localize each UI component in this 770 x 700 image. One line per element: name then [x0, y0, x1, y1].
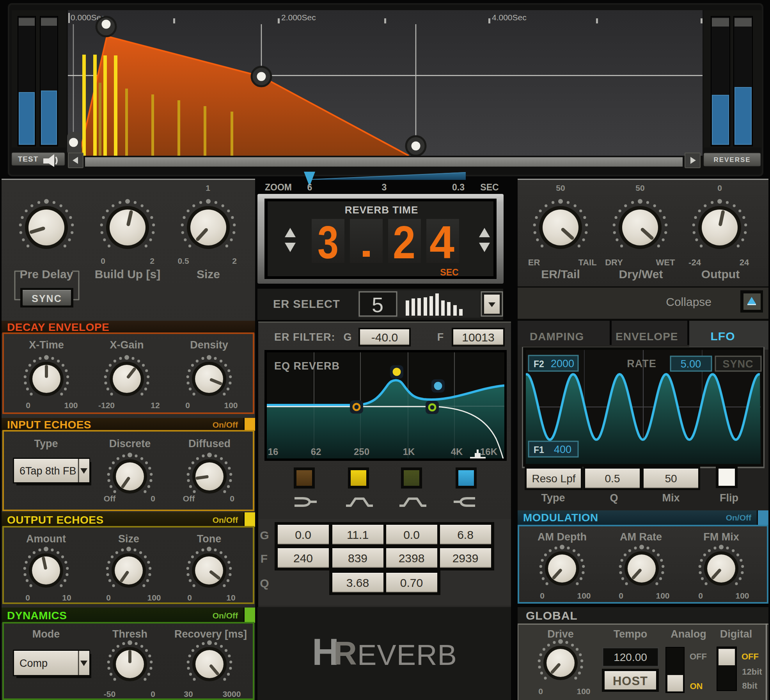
svg-text:0: 0 — [151, 689, 155, 698]
svg-text:2000: 2000 — [551, 358, 574, 370]
svg-text:SYNC: SYNC — [722, 358, 753, 370]
svg-text:EQ REVERB: EQ REVERB — [274, 360, 340, 372]
svg-text:4: 4 — [429, 217, 454, 268]
svg-text:100: 100 — [577, 687, 590, 696]
svg-text:On/Off: On/Off — [726, 513, 752, 522]
svg-text:Recovery [ms]: Recovery [ms] — [174, 628, 247, 640]
svg-text:50: 50 — [635, 183, 644, 192]
svg-text:-40.0: -40.0 — [371, 331, 398, 344]
svg-text:0: 0 — [619, 591, 623, 600]
svg-text:2: 2 — [150, 256, 154, 265]
svg-text:0.5: 0.5 — [605, 473, 620, 485]
svg-text:Tempo: Tempo — [614, 628, 648, 640]
svg-text:100: 100 — [735, 591, 749, 600]
svg-text:5.00: 5.00 — [681, 358, 701, 370]
svg-text:SYNC: SYNC — [32, 293, 62, 304]
svg-text:1K: 1K — [403, 446, 415, 457]
svg-text:Off: Off — [183, 494, 195, 503]
svg-text:0: 0 — [25, 593, 30, 602]
svg-text:0: 0 — [540, 591, 545, 600]
svg-text:EVERB: EVERB — [357, 639, 457, 671]
svg-text:SEC: SEC — [480, 182, 499, 192]
svg-text:Digital: Digital — [720, 628, 752, 640]
svg-text:Pre Delay: Pre Delay — [20, 268, 73, 281]
svg-text:62: 62 — [311, 446, 321, 457]
svg-text:TAIL: TAIL — [578, 258, 596, 267]
svg-text:X-Gain: X-Gain — [110, 339, 144, 351]
svg-text:OFF: OFF — [742, 652, 759, 661]
svg-text:DYNAMICS: DYNAMICS — [7, 609, 67, 622]
svg-text:ER/Tail: ER/Tail — [541, 268, 580, 281]
svg-text:30: 30 — [184, 689, 193, 698]
svg-text:-120: -120 — [98, 401, 115, 410]
svg-text:4K: 4K — [451, 446, 463, 457]
svg-text:50: 50 — [556, 183, 565, 192]
svg-text:Tone: Tone — [197, 533, 222, 545]
svg-text:F: F — [261, 552, 268, 565]
svg-text:11.1: 11.1 — [347, 528, 369, 541]
svg-text:24: 24 — [740, 258, 749, 267]
svg-text:3: 3 — [318, 217, 339, 268]
svg-text:F2: F2 — [534, 359, 544, 369]
svg-text:50: 50 — [665, 473, 677, 485]
svg-text:0.0: 0.0 — [295, 528, 311, 541]
svg-text:DECAY ENVELOPE: DECAY ENVELOPE — [7, 321, 109, 333]
svg-text:6Tap 8th FB: 6Tap 8th FB — [20, 465, 76, 477]
svg-text:10: 10 — [62, 593, 71, 602]
svg-text:120.00: 120.00 — [614, 651, 647, 663]
svg-text:100: 100 — [64, 401, 78, 410]
svg-text:0: 0 — [106, 593, 111, 602]
svg-text:On/Off: On/Off — [213, 420, 238, 429]
svg-text:0: 0 — [698, 591, 703, 600]
svg-text:240: 240 — [293, 552, 313, 565]
svg-text:LFO: LFO — [711, 330, 735, 343]
svg-text:5: 5 — [372, 293, 383, 316]
svg-text:10: 10 — [226, 593, 235, 602]
svg-text:Dry/Wet: Dry/Wet — [619, 268, 663, 281]
svg-text:INPUT ECHOES: INPUT ECHOES — [7, 419, 91, 431]
svg-text:10013: 10013 — [462, 331, 494, 344]
svg-text:0.3: 0.3 — [452, 182, 465, 192]
svg-text:On/Off: On/Off — [213, 611, 238, 620]
svg-text:Type: Type — [34, 438, 58, 449]
svg-text:Density: Density — [190, 339, 228, 351]
svg-text:Output: Output — [701, 268, 740, 281]
svg-text:2.000Sec: 2.000Sec — [281, 13, 316, 22]
svg-text:0: 0 — [717, 183, 722, 192]
svg-text:ENVELOPE: ENVELOPE — [616, 330, 678, 343]
svg-text:0.70: 0.70 — [400, 576, 423, 589]
svg-text:REVERB TIME: REVERB TIME — [345, 204, 419, 216]
svg-text:2398: 2398 — [399, 552, 425, 565]
svg-text:DAMPING: DAMPING — [530, 330, 584, 343]
svg-text:ZOOM: ZOOM — [265, 182, 292, 192]
svg-text:1: 1 — [206, 183, 210, 192]
svg-text:-50: -50 — [104, 689, 115, 698]
svg-text:Type: Type — [541, 492, 565, 504]
svg-text:400: 400 — [554, 444, 571, 455]
svg-text:3: 3 — [382, 182, 387, 192]
svg-text:RATE: RATE — [627, 358, 656, 370]
svg-text:0: 0 — [230, 494, 234, 503]
svg-text:On/Off: On/Off — [213, 515, 238, 524]
svg-text:ER FILTER:: ER FILTER: — [274, 331, 335, 343]
svg-text:GLOBAL: GLOBAL — [526, 609, 578, 622]
svg-text:OUTPUT ECHOES: OUTPUT ECHOES — [7, 514, 104, 526]
svg-text:Q: Q — [260, 577, 269, 590]
svg-text:MODULATION: MODULATION — [523, 512, 598, 524]
svg-text:0: 0 — [101, 256, 105, 265]
svg-text:12bit: 12bit — [742, 667, 762, 677]
svg-text:2: 2 — [232, 256, 237, 265]
svg-text:2: 2 — [393, 217, 415, 268]
svg-text:OFF: OFF — [690, 652, 707, 661]
svg-text:Drive: Drive — [547, 628, 574, 640]
svg-text:0: 0 — [187, 593, 192, 602]
svg-text:Discrete: Discrete — [109, 438, 151, 449]
svg-text:Analog: Analog — [671, 628, 706, 640]
svg-text:TEST: TEST — [18, 155, 39, 163]
svg-text:Reso Lpf: Reso Lpf — [532, 473, 575, 485]
svg-text:Flip: Flip — [720, 492, 738, 504]
svg-text:Collapse: Collapse — [666, 295, 711, 308]
svg-text:6: 6 — [307, 182, 312, 192]
svg-text:0: 0 — [185, 401, 190, 410]
svg-text:0: 0 — [151, 494, 155, 503]
